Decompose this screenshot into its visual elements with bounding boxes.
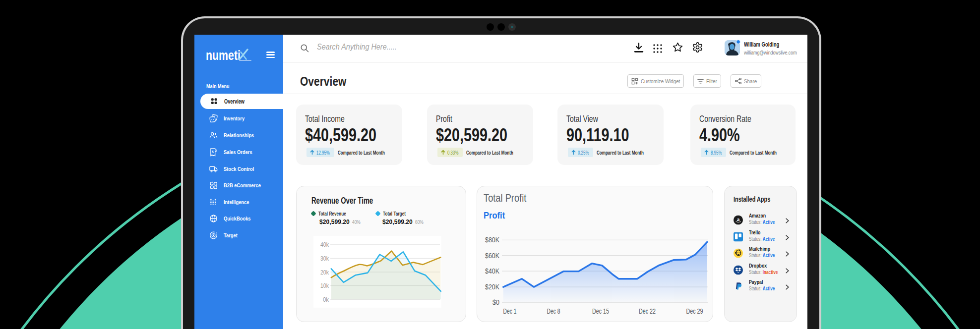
svg-text:Dec 15: Dec 15 <box>592 307 609 315</box>
svg-text:$20K: $20K <box>485 282 499 291</box>
svg-text:$40K: $40K <box>485 267 499 275</box>
svg-text:$80K: $80K <box>485 235 499 244</box>
svg-text:40k: 40k <box>320 241 329 248</box>
svg-text:Dec 29: Dec 29 <box>686 307 703 315</box>
svg-text:Dec 22: Dec 22 <box>639 307 656 315</box>
svg-text:20k: 20k <box>320 269 329 276</box>
svg-text:10k: 10k <box>320 282 329 289</box>
svg-text:0k: 0k <box>323 296 329 303</box>
svg-text:30k: 30k <box>320 255 329 262</box>
svg-text:$60K: $60K <box>485 251 499 260</box>
svg-text:$0: $0 <box>492 298 499 306</box>
svg-text:Dec 1: Dec 1 <box>503 307 517 315</box>
svg-text:Dec 8: Dec 8 <box>547 307 560 315</box>
svg-text:a: a <box>737 216 740 222</box>
